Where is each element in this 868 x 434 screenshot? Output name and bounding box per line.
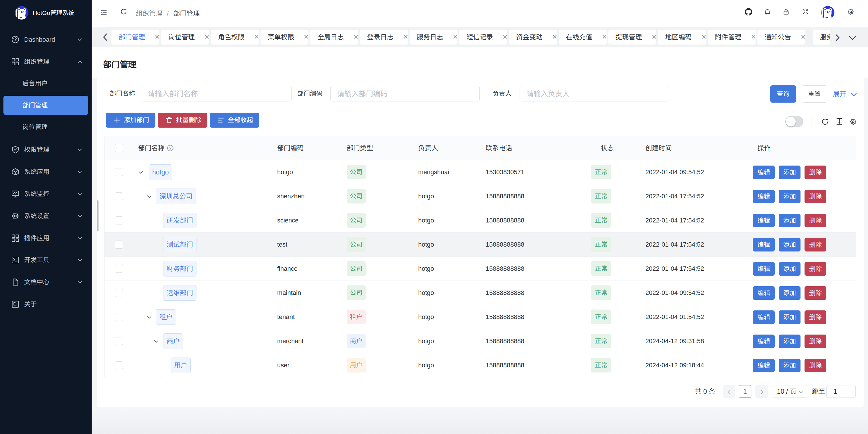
svg-text:?: ? bbox=[169, 146, 171, 150]
